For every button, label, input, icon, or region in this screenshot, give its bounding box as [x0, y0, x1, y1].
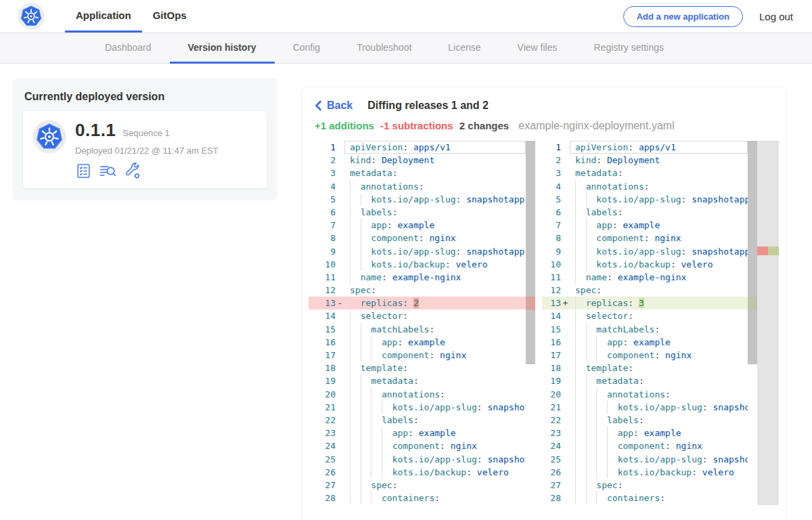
code-line-17: 17 component: nginx: [542, 349, 748, 362]
logout-link[interactable]: Log out: [759, 11, 793, 22]
subnav-item-version-history[interactable]: Version history: [170, 33, 275, 64]
code-line-14: 14 selector:: [309, 309, 526, 322]
subnav-item-troubleshoot[interactable]: Troubleshoot: [338, 33, 430, 64]
tab-gitops[interactable]: GitOps: [142, 0, 198, 32]
code-line-8: 8 component: nginx: [309, 232, 526, 244]
code-line-21: 21 kots.io/app-slug: snapshotap: [309, 401, 526, 414]
deployed-version-number: 0.1.1: [75, 120, 116, 141]
tab-application[interactable]: Application: [65, 0, 142, 32]
code-line-20: 20 annotations:: [309, 388, 526, 401]
chevron-left-icon: [315, 100, 322, 111]
code-line-10: 10 kots.io/backup: velero: [542, 258, 748, 271]
deployed-sequence-label: Sequence 1: [122, 128, 169, 138]
changes-count: 2 changes: [459, 120, 509, 131]
code-line-12: 12spec:: [542, 284, 748, 297]
subtractions-count: -1 subtractions: [380, 120, 453, 131]
scrollbar-thumb[interactable]: [748, 141, 757, 364]
code-line-26: 26 kots.io/backup: velero: [309, 466, 526, 479]
code-line-24: 24 component: nginx: [542, 439, 748, 452]
code-line-18: 18 template:: [542, 362, 748, 374]
code-line-4: 4 annotations:: [309, 180, 526, 193]
subnav-item-config[interactable]: Config: [275, 33, 338, 64]
code-line-7: 7 app: example: [309, 219, 526, 232]
code-line-12: 12spec:: [309, 284, 526, 297]
code-line-5: 5 kots.io/app-slug: snapshotapp-mu: [309, 193, 526, 206]
scrollbar-thumb[interactable]: [526, 141, 535, 364]
code-line-27: 27 spec:: [309, 479, 526, 492]
scrollbar-added-line-marker: [748, 297, 757, 309]
subnav-item-view-files[interactable]: View files: [499, 33, 576, 64]
additions-count: +1 additions: [315, 120, 374, 131]
code-line-25: 25 kots.io/app-slug: snapshotap: [309, 453, 526, 466]
diff-stats: +1 additions -1 subtractions 2 changes e…: [302, 112, 785, 141]
code-line-3: 3metadata:: [542, 167, 748, 179]
subnav-item-dashboard[interactable]: Dashboard: [87, 33, 170, 64]
code-line-1: 1apiVersion: apps/v1: [542, 141, 748, 154]
code-line-6: 6 labels:: [542, 206, 748, 219]
code-line-20: 20 annotations:: [542, 388, 748, 401]
diff-filename: example-nginx-deployment.yaml: [518, 120, 674, 131]
deployed-timestamp: Deployed 01/21/22 @ 11:47 am EST: [75, 146, 219, 156]
top-bar: Application GitOps Add a new application…: [0, 0, 812, 32]
code-line-7: 7 app: example: [542, 219, 748, 232]
code-line-22: 22 labels:: [309, 414, 526, 427]
code-line-16: 16 app: example: [542, 336, 748, 349]
diff-editors: 1apiVersion: apps/v12kind: Deployment3me…: [302, 141, 785, 505]
app-subnav: Dashboard Version history Config Trouble…: [0, 32, 812, 64]
code-line-11: 11 name: example-nginx: [542, 271, 748, 284]
code-line-9: 9 kots.io/app-slug: snapshotapp-mu: [309, 245, 526, 258]
code-line-1: 1apiVersion: apps/v1: [309, 141, 526, 154]
deployed-card-title: Currently deployed version: [24, 91, 267, 103]
code-line-25: 25 kots.io/app-slug: snapshotap: [542, 453, 748, 466]
code-line-10: 10 kots.io/backup: velero: [309, 258, 526, 271]
add-application-button[interactable]: Add a new application: [623, 6, 743, 27]
code-line-8: 8 component: nginx: [542, 232, 748, 244]
overview-ruler: [757, 141, 779, 505]
view-logs-icon[interactable]: [99, 162, 117, 179]
kubernetes-logo: [32, 120, 66, 154]
diff-panel: Back Diffing releases 1 and 2 +1 additio…: [302, 88, 785, 520]
code-line-17: 17 component: nginx: [309, 349, 526, 362]
code-line-14: 14 selector:: [542, 309, 748, 322]
code-line-28: 28 containers:: [542, 492, 748, 504]
diff-pane-original[interactable]: 1apiVersion: apps/v12kind: Deployment3me…: [309, 141, 535, 505]
code-line-18: 18 template:: [309, 362, 526, 374]
wrench-gear-icon[interactable]: [124, 162, 141, 179]
code-line-13-removed: 13- replicas: 2: [309, 297, 526, 309]
kubernetes-logo: [18, 3, 45, 30]
code-line-27: 27 spec:: [542, 479, 748, 492]
code-line-19: 19 metadata:: [542, 374, 748, 387]
code-line-24: 24 component: nginx: [309, 439, 526, 452]
diff-header: Back Diffing releases 1 and 2: [302, 88, 785, 112]
code-line-13-added: 13+ replicas: 3: [542, 297, 748, 309]
code-line-2: 2kind: Deployment: [309, 154, 526, 167]
subnav-item-license[interactable]: License: [430, 33, 499, 64]
deployed-version-tile: 0.1.1 Sequence 1 Deployed 01/21/22 @ 11:…: [23, 111, 267, 188]
back-label: Back: [327, 100, 353, 112]
code-line-21: 21 kots.io/app-slug: snapshotap: [542, 401, 748, 414]
scrollbar-removed-line-marker: [526, 297, 535, 309]
code-line-15: 15 matchLabels:: [542, 323, 748, 336]
code-line-5: 5 kots.io/app-slug: snapshotapp-mu: [542, 193, 748, 206]
back-button[interactable]: Back: [315, 100, 353, 112]
currently-deployed-card: Currently deployed version 0.1.1 Sequenc…: [12, 79, 277, 200]
code-line-23: 23 app: example: [309, 427, 526, 439]
checklist-icon[interactable]: [75, 162, 92, 179]
diff-pane-modified[interactable]: 1apiVersion: apps/v12kind: Deployment3me…: [542, 141, 779, 505]
code-line-15: 15 matchLabels:: [309, 323, 526, 336]
diff-title: Diffing releases 1 and 2: [367, 100, 489, 112]
ruler-added-marker: [768, 246, 779, 255]
code-line-2: 2kind: Deployment: [542, 154, 748, 167]
code-line-6: 6 labels:: [309, 206, 526, 219]
deployed-action-icons: [75, 162, 219, 179]
code-line-22: 22 labels:: [542, 414, 748, 427]
code-line-4: 4 annotations:: [542, 180, 748, 193]
code-line-26: 26 kots.io/backup: velero: [542, 466, 748, 479]
code-line-28: 28 containers:: [309, 492, 526, 504]
code-line-3: 3metadata:: [309, 167, 526, 179]
subnav-item-registry-settings[interactable]: Registry settings: [575, 33, 681, 64]
top-nav-tabs: Application GitOps: [65, 0, 198, 32]
code-line-11: 11 name: example-nginx: [309, 271, 526, 284]
code-line-9: 9 kots.io/app-slug: snapshotapp-mu: [542, 245, 748, 258]
code-line-23: 23 app: example: [542, 427, 748, 439]
